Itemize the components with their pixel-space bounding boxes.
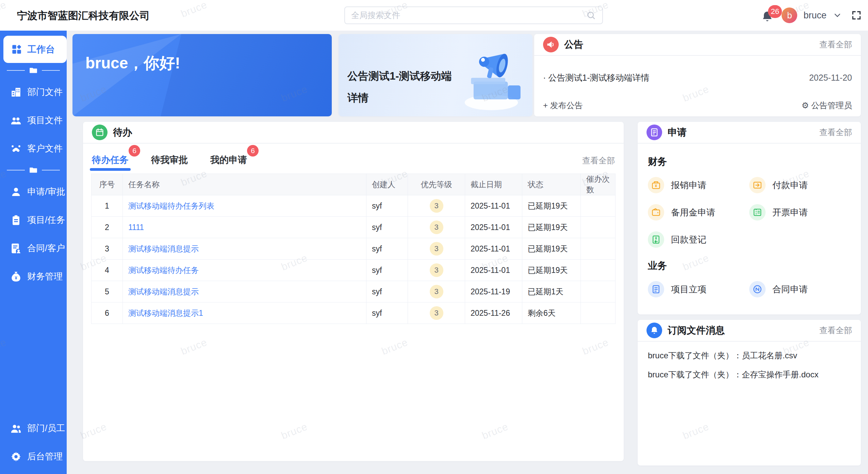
task-link[interactable]: 测试移动端消息提示 [128, 244, 199, 253]
sidebar-item-后台管理[interactable]: 后台管理 [0, 442, 67, 471]
search-icon[interactable] [586, 10, 596, 20]
cell-deadline: 2025-11-01 [465, 260, 522, 281]
group-label-财务: 财务 [648, 155, 851, 168]
sidebar-item-申请/审批[interactable]: 申请/审批 [0, 178, 67, 206]
tab-我的申请[interactable]: 我的申请6 [210, 154, 247, 174]
announcement-item[interactable]: · 公告测试1-测试移动端详情 2025-11-20 [534, 72, 861, 83]
sidebar-item-项目文件[interactable]: 项目文件 [0, 106, 67, 134]
subscribe-message-list: bruce下载了文件（夹）：员工花名册.csvbruce下载了文件（夹）：企存宝… [638, 342, 861, 389]
priority-badge: 3 [430, 220, 443, 234]
search-input[interactable] [351, 11, 586, 20]
subscribe-bell-icon [646, 323, 662, 338]
app-grid: 项目立项合同申请 [648, 276, 851, 303]
sidebar-item-label: 项目/任务 [27, 214, 65, 226]
app-开票申请[interactable]: 开票申请 [749, 199, 851, 226]
megaphone-illustration [452, 44, 530, 113]
subscribe-message: bruce下载了文件（夹）：企存宝操作手册.docx [648, 369, 851, 380]
chevron-down-icon[interactable] [833, 11, 842, 20]
todo-panel: 待办 待办任务6待我审批我的申请6 查看全部 序号任务名称创建人优先等级截止日期… [83, 122, 624, 461]
announcement-panel-title: 公告 [564, 38, 814, 51]
announcement-item-text[interactable]: · 公告测试1-测试移动端详情 [543, 72, 809, 83]
publish-announcement-button[interactable]: + 发布公告 [543, 100, 802, 111]
app-label: 付款申请 [772, 179, 808, 191]
sidebar-item-部门文件[interactable]: 部门文件 [0, 78, 67, 106]
sidebar-item-客户文件[interactable]: 客户文件 [0, 134, 67, 163]
task-link[interactable]: 测试移动端消息提示1 [128, 309, 203, 317]
svg-text:¥: ¥ [655, 236, 657, 240]
subscribe-panel-title: 订阅文件消息 [668, 324, 814, 337]
task-link[interactable]: 测试移动端待办任务列表 [128, 201, 214, 210]
divider-line [42, 170, 60, 170]
welcome-title: bruce，你好! [85, 53, 180, 74]
column-header-序号: 序号 [92, 174, 123, 195]
tab-count-badge: 6 [129, 145, 140, 157]
cell-status: 已延期19天 [522, 238, 581, 260]
sidebar-item-合同/客户[interactable]: 合同/客户 [0, 234, 67, 262]
task-link[interactable]: 测试移动端待办任务 [128, 266, 199, 275]
cell-task: 测试移动端待办任务 [123, 260, 366, 281]
cell-priority: 3 [408, 195, 465, 217]
subscribe-panel: 订阅文件消息 查看全部 bruce下载了文件（夹）：员工花名册.csvbruce… [638, 320, 861, 465]
apply-icon [646, 125, 662, 140]
app-报销申请[interactable]: ¥报销申请 [648, 171, 749, 199]
cell-status: 已延期1天 [522, 281, 581, 303]
announcement-admin-button[interactable]: ⚙ 公告管理员 [802, 100, 852, 111]
app-备用金申请[interactable]: 备用金申请 [648, 199, 749, 226]
todo-view-all[interactable]: 查看全部 [582, 155, 615, 174]
task-link[interactable]: 测试移动端消息提示 [128, 287, 199, 296]
sidebar-item-label: 部门/员工 [27, 422, 65, 434]
app-项目立项[interactable]: 项目立项 [648, 276, 749, 303]
todo-table-row: 4测试移动端待办任务syf32025-11-01已延期19天 [92, 260, 616, 281]
app-合同申请[interactable]: 合同申请 [749, 276, 851, 303]
cell-deadline: 2025-11-01 [465, 195, 522, 217]
divider-line [42, 70, 60, 71]
sidebar-bottom-menu: 部门/员工后台管理 [0, 414, 67, 471]
svg-text:¥: ¥ [15, 275, 17, 280]
username[interactable]: bruce [803, 10, 826, 21]
cell-creator: syf [366, 238, 408, 260]
sidebar-item-label: 部门文件 [27, 86, 63, 98]
cell-creator: syf [366, 217, 408, 238]
tab-待办任务[interactable]: 待办任务6 [92, 154, 129, 174]
fullscreen-icon[interactable] [851, 10, 862, 21]
tab-待我审批[interactable]: 待我审批 [151, 154, 188, 174]
folder-icon [29, 166, 38, 175]
global-search-box[interactable] [344, 6, 603, 24]
cell-priority: 3 [408, 260, 465, 281]
sidebar-menu: 工作台部门文件项目文件客户文件申请/审批项目/任务合同/客户¥财务管理 [0, 31, 67, 291]
announcement-banner[interactable]: 公告测试1-测试移动端详情 [339, 34, 533, 116]
notification-bell-button[interactable]: 26 [760, 7, 775, 23]
task-link[interactable]: 1111 [128, 223, 144, 232]
subscribe-view-all[interactable]: 查看全部 [819, 325, 852, 336]
announcement-panel: 公告 查看全部 · 公告测试1-测试移动端详情 2025-11-20 + 发布公… [534, 34, 861, 116]
announcement-view-all[interactable]: 查看全部 [819, 39, 852, 50]
payment-icon [749, 177, 766, 193]
sidebar-item-部门/员工[interactable]: 部门/员工 [0, 414, 67, 442]
cell-task: 测试移动端消息提示1 [123, 303, 366, 324]
clipboard-icon [10, 214, 22, 226]
app-回款登记[interactable]: ¥回款登记 [648, 226, 749, 253]
cell-creator: syf [366, 303, 408, 324]
apply-view-all[interactable]: 查看全部 [819, 127, 852, 138]
cell-deadline: 2025-11-01 [465, 217, 522, 238]
apply-panel-header: 申请 查看全部 [638, 122, 861, 144]
gear-icon [10, 451, 22, 462]
avatar[interactable]: b [782, 7, 797, 23]
sidebar-item-label: 申请/审批 [27, 186, 65, 198]
cell-no: 5 [92, 281, 123, 303]
todo-tabs: 待办任务6待我审批我的申请6 查看全部 [83, 144, 624, 174]
sidebar-item-工作台[interactable]: 工作台 [3, 36, 67, 63]
sidebar-item-财务管理[interactable]: ¥财务管理 [0, 262, 67, 291]
todo-panel-header: 待办 [83, 122, 624, 144]
announcement-banner-title[interactable]: 公告测试1-测试移动端详情 [347, 65, 460, 109]
sidebar-item-label: 项目文件 [27, 114, 63, 126]
sidebar-item-项目/任务[interactable]: 项目/任务 [0, 206, 67, 234]
sidebar-item-label: 合同/客户 [27, 242, 65, 254]
app-付款申请[interactable]: 付款申请 [749, 171, 851, 199]
cell-creator: syf [366, 195, 408, 217]
header-actions: 26 b bruce [760, 0, 862, 31]
cell-deadline: 2025-11-19 [465, 281, 522, 303]
app-label: 报销申请 [671, 179, 706, 191]
team-icon [10, 115, 22, 126]
tab-count-badge: 6 [247, 145, 259, 157]
